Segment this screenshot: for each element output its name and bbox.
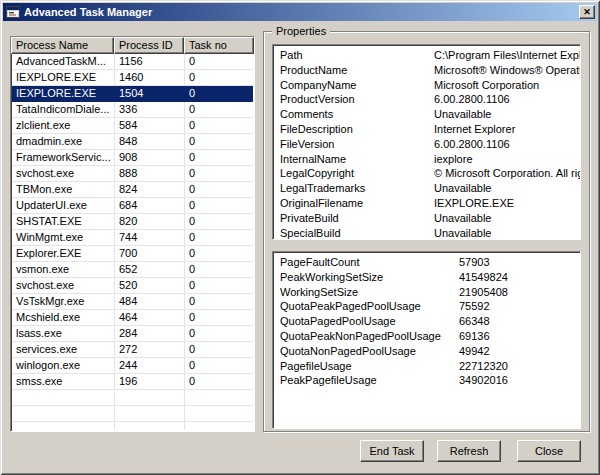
property-row: ProductVersion6.00.2800.1106 — [273, 92, 580, 107]
property-value: 6.00.2800.1106 — [434, 92, 580, 107]
task-no-cell: 0 — [185, 70, 253, 86]
process-id-cell: 1504 — [115, 86, 185, 102]
task-no-cell: 0 — [185, 118, 253, 134]
process-name-cell: AdvancedTaskM... — [12, 54, 115, 70]
process-id-cell: 1460 — [115, 70, 185, 86]
property-row: InternalNameiexplore — [273, 152, 580, 167]
property-row: WorkingSetSize21905408 — [273, 285, 580, 300]
property-value: Internet Explorer — [434, 122, 580, 137]
column-header-task-no[interactable]: Task no — [184, 37, 254, 54]
property-value: Microsoft® Windows® Operating System — [434, 63, 580, 78]
property-name: WorkingSetSize — [280, 285, 459, 300]
process-id-cell: 244 — [115, 358, 185, 374]
process-name-cell: lsass.exe — [12, 326, 115, 342]
property-value: IEXPLORE.EXE — [434, 196, 580, 211]
end-task-button[interactable]: End Task — [360, 440, 424, 462]
property-row: QuotaPagedPoolUsage66348 — [273, 314, 580, 329]
property-value: Unavailable — [434, 211, 580, 226]
task-no-cell: 0 — [185, 150, 253, 166]
process-id-cell: 848 — [115, 134, 185, 150]
process-row[interactable]: TataIndicomDiale...3360 — [12, 102, 253, 118]
process-row[interactable]: AdvancedTaskM...11560 — [12, 54, 253, 70]
process-name-cell: svchost.exe — [12, 278, 115, 294]
property-value: iexplore — [434, 152, 580, 167]
memory-properties-panel: PageFaultCount57903PeakWorkingSetSize415… — [272, 251, 581, 429]
process-row[interactable]: Explorer.EXE7000 — [12, 246, 253, 262]
process-name-cell: Mcshield.exe — [12, 310, 115, 326]
property-value: 75592 — [459, 299, 580, 314]
process-id-cell: 520 — [115, 278, 185, 294]
property-name: FileVersion — [280, 137, 434, 152]
property-name: PageFaultCount — [280, 255, 459, 270]
task-no-cell: 0 — [185, 102, 253, 118]
refresh-button[interactable]: Refresh — [437, 440, 501, 462]
process-id-cell: 888 — [115, 166, 185, 182]
property-row: SpecialBuildUnavailable — [273, 226, 580, 240]
property-value: 22712320 — [459, 359, 580, 374]
process-row[interactable]: services.exe2720 — [12, 342, 253, 358]
task-no-cell: 0 — [185, 310, 253, 326]
process-row[interactable]: IEXPLORE.EXE15040 — [12, 86, 253, 102]
process-name-cell: Explorer.EXE — [12, 246, 115, 262]
property-row: CommentsUnavailable — [273, 107, 580, 122]
process-id-cell: 908 — [115, 150, 185, 166]
process-row[interactable]: winlogon.exe2440 — [12, 358, 253, 374]
process-row[interactable]: dmadmin.exe8480 — [12, 134, 253, 150]
column-header-process-id[interactable]: Process ID — [114, 37, 184, 54]
property-name: ProductName — [280, 63, 434, 78]
process-row[interactable]: svchost.exe5200 — [12, 278, 253, 294]
process-list-body: AdvancedTaskM...11560IEXPLORE.EXE14600IE… — [12, 54, 253, 430]
process-row[interactable]: Mcshield.exe4640 — [12, 310, 253, 326]
task-no-cell: 0 — [185, 198, 253, 214]
property-name: QuotaNonPagedPoolUsage — [280, 344, 459, 359]
process-row[interactable]: IEXPLORE.EXE14600 — [12, 70, 253, 86]
close-button[interactable]: ✕ — [579, 5, 595, 19]
property-row: QuotaNonPagedPoolUsage49942 — [273, 344, 580, 359]
property-row: LegalCopyright© Microsoft Corporation. A… — [273, 166, 580, 181]
property-row: OriginalFilenameIEXPLORE.EXE — [273, 196, 580, 211]
close-dialog-button[interactable]: Close — [517, 440, 581, 462]
task-no-cell: 0 — [185, 278, 253, 294]
task-no-cell: 0 — [185, 230, 253, 246]
process-id-cell: 584 — [115, 118, 185, 134]
process-list: Process Name Process ID Task no Advanced… — [10, 36, 255, 432]
app-icon — [6, 5, 20, 19]
process-id-cell: 272 — [115, 342, 185, 358]
close-icon: ✕ — [583, 8, 591, 17]
process-id-cell: 700 — [115, 246, 185, 262]
process-name-cell: SHSTAT.EXE — [12, 214, 115, 230]
column-header-process-name[interactable]: Process Name — [11, 37, 114, 54]
property-row: QuotaPeakPagedPoolUsage75592 — [273, 299, 580, 314]
process-name-cell: TBMon.exe — [12, 182, 115, 198]
title-bar: Advanced Task Manager ✕ — [3, 3, 597, 21]
process-row[interactable]: WinMgmt.exe7440 — [12, 230, 253, 246]
process-row[interactable]: lsass.exe2840 — [12, 326, 253, 342]
property-row: FileVersion6.00.2800.1106 — [273, 137, 580, 152]
property-name: LegalTrademarks — [280, 181, 434, 196]
task-no-cell: 0 — [185, 246, 253, 262]
process-row[interactable]: vsmon.exe6520 — [12, 262, 253, 278]
property-name: ProductVersion — [280, 92, 434, 107]
property-row: ProductNameMicrosoft® Windows® Operating… — [273, 63, 580, 78]
process-id-cell: 684 — [115, 198, 185, 214]
process-row[interactable]: VsTskMgr.exe4840 — [12, 294, 253, 310]
process-row[interactable]: UpdaterUI.exe6840 — [12, 198, 253, 214]
process-id-cell: 820 — [115, 214, 185, 230]
process-row[interactable]: zlclient.exe5840 — [12, 118, 253, 134]
property-row: PathC:\Program Files\Internet Explorer\I… — [273, 48, 580, 63]
process-row[interactable]: svchost.exe8880 — [12, 166, 253, 182]
property-value: 21905408 — [459, 285, 580, 300]
process-row[interactable]: FrameworkServic...9080 — [12, 150, 253, 166]
process-id-cell: 336 — [115, 102, 185, 118]
process-id-cell: 484 — [115, 294, 185, 310]
property-row: PageFaultCount57903 — [273, 255, 580, 270]
process-row[interactable]: SHSTAT.EXE8200 — [12, 214, 253, 230]
process-id-cell: 464 — [115, 310, 185, 326]
process-row[interactable]: smss.exe1960 — [12, 374, 253, 390]
property-row: PrivateBuildUnavailable — [273, 211, 580, 226]
properties-group-label: Properties — [272, 24, 330, 38]
process-list-header: Process Name Process ID Task no — [11, 37, 254, 54]
task-no-cell: 0 — [185, 262, 253, 278]
process-row[interactable]: TBMon.exe8240 — [12, 182, 253, 198]
process-name-cell: VsTskMgr.exe — [12, 294, 115, 310]
